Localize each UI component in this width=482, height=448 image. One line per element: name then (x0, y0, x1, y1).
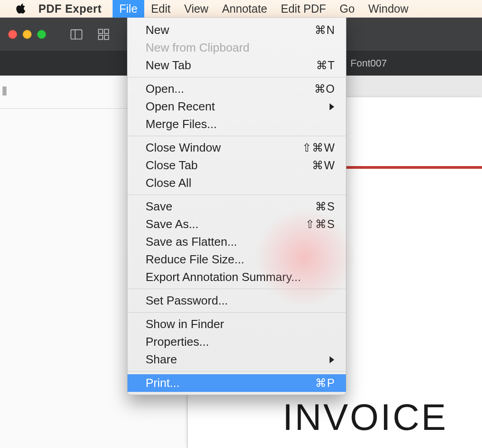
svg-rect-2 (99, 29, 103, 33)
menu-item-label: Print... (146, 376, 180, 390)
menu-item-close-all[interactable]: Close All (128, 174, 346, 192)
menu-item-close-window[interactable]: Close Window⇧⌘W (128, 139, 346, 157)
menu-item-label: Merge Files... (146, 117, 217, 131)
page-title-text: INVOICE (283, 396, 448, 438)
menu-item-label: Reduce File Size... (146, 253, 244, 267)
menu-item-properties[interactable]: Properties... (128, 333, 346, 351)
menu-item-label: Save As... (146, 217, 198, 231)
menu-item-label: Share (146, 353, 177, 367)
menu-item-label: Set Password... (146, 294, 228, 308)
menu-item-new[interactable]: New⌘N (128, 21, 346, 39)
menu-item-shortcut: ⌘N (315, 24, 335, 37)
menubar-app-name[interactable]: PDF Expert (38, 2, 102, 15)
menu-item-print[interactable]: Print...⌘P (128, 374, 346, 392)
menu-item-save[interactable]: Save⌘S (128, 198, 346, 215)
menu-item-set-password[interactable]: Set Password... (128, 292, 346, 310)
svg-rect-4 (99, 35, 103, 39)
svg-rect-3 (104, 29, 109, 33)
menubar-item-view[interactable]: View (177, 0, 215, 18)
menubar-item-edit-pdf[interactable]: Edit PDF (274, 0, 333, 18)
menu-item-share[interactable]: Share (128, 351, 346, 368)
menu-item-label: New from Clipboard (146, 41, 250, 55)
menu-item-save-as-flatten[interactable]: Save as Flatten... (128, 233, 346, 251)
menu-item-label: Show in Finder (146, 317, 224, 331)
menubar-item-window[interactable]: Window (361, 0, 415, 18)
window-close-button[interactable] (8, 30, 17, 39)
file-menu-dropdown: New⌘NNew from ClipboardNew Tab⌘TOpen...⌘… (127, 18, 346, 395)
menu-item-label: Close Window (146, 141, 221, 155)
menu-separator (128, 77, 346, 77)
menu-item-open[interactable]: Open...⌘O (128, 80, 346, 98)
menu-item-new-tab[interactable]: New Tab⌘T (128, 57, 346, 74)
menu-item-save-as[interactable]: Save As...⇧⌘S (128, 215, 346, 233)
menu-item-label: Open... (146, 82, 184, 96)
window-zoom-button[interactable] (37, 30, 46, 39)
menu-item-label: Export Annotation Summary... (146, 270, 301, 284)
menu-item-open-recent[interactable]: Open Recent (128, 98, 346, 115)
menu-item-export-annotation-summary[interactable]: Export Annotation Summary... (128, 268, 346, 286)
menu-item-shortcut: ⌘S (315, 200, 335, 213)
menu-item-shortcut: ⌘P (315, 377, 335, 390)
menu-separator (128, 289, 346, 289)
menu-item-show-in-finder[interactable]: Show in Finder (128, 315, 346, 333)
menubar-item-file[interactable]: File (113, 0, 144, 18)
menu-item-merge-files[interactable]: Merge Files... (128, 115, 346, 133)
menu-item-shortcut: ⇧⌘S (305, 218, 335, 231)
sidebar-toggle-icon[interactable] (69, 27, 84, 42)
drag-handle-icon[interactable] (3, 86, 6, 96)
menu-item-reduce-file-size[interactable]: Reduce File Size... (128, 251, 346, 268)
menu-separator (128, 195, 346, 195)
menu-item-shortcut: ⌘O (314, 82, 335, 95)
menu-item-label: Save as Flatten... (146, 235, 237, 249)
submenu-arrow-icon (329, 103, 335, 111)
svg-rect-5 (104, 35, 109, 39)
menubar-item-edit[interactable]: Edit (144, 0, 177, 18)
menu-item-label: Save (146, 200, 172, 214)
menu-separator (128, 136, 346, 136)
apple-menu-icon[interactable] (16, 3, 27, 14)
menu-separator (128, 312, 346, 313)
menu-item-shortcut: ⇧⌘W (302, 141, 335, 154)
svg-rect-0 (71, 29, 82, 39)
menu-item-shortcut: ⌘T (316, 59, 335, 72)
menu-item-label: Close Tab (146, 158, 198, 172)
menu-item-label: Open Recent (146, 100, 215, 114)
menu-item-shortcut: ⌘W (312, 159, 335, 172)
menu-separator (128, 371, 346, 372)
menubar-item-annotate[interactable]: Annotate (215, 0, 274, 18)
menu-item-new-from-clipboard: New from Clipboard (128, 39, 346, 57)
thumbnails-view-icon[interactable] (96, 27, 111, 42)
menu-item-label: Properties... (146, 335, 209, 349)
menu-item-label: New (146, 23, 169, 37)
menubar: PDF Expert FileEditViewAnnotateEdit PDFG… (0, 0, 482, 18)
menu-item-close-tab[interactable]: Close Tab⌘W (128, 157, 346, 174)
window-controls (8, 30, 46, 39)
document-tab-label[interactable]: Font007 (350, 57, 387, 69)
window-minimize-button[interactable] (23, 30, 32, 39)
submenu-arrow-icon (329, 356, 335, 364)
menu-item-label: New Tab (146, 58, 191, 72)
menubar-item-go[interactable]: Go (333, 0, 361, 18)
menu-item-label: Close All (146, 176, 191, 190)
